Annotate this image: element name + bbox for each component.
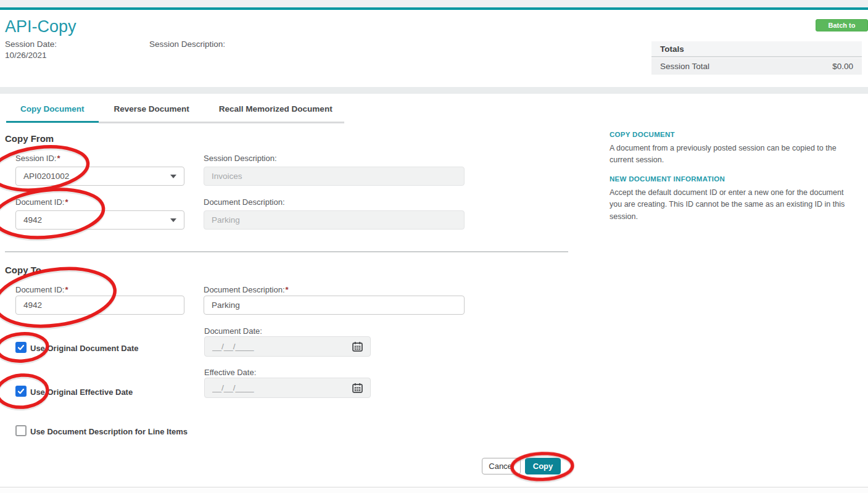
- totals-panel: Totals Session Total $0.00: [651, 41, 862, 75]
- tab-reverse-document[interactable]: Reverse Document: [114, 104, 189, 114]
- tab-copy-document[interactable]: Copy Document: [20, 104, 85, 114]
- document-id-dropdown[interactable]: 4942: [15, 210, 184, 230]
- document-description-to-label: Document Description:*: [204, 285, 289, 294]
- session-total-label: Session Total: [660, 62, 709, 71]
- api-copy-page: API-Copy Session Date: 10/26/2021 Sessio…: [0, 0, 868, 493]
- bottom-border: [0, 487, 868, 493]
- document-date-field: [204, 336, 371, 357]
- calendar-icon: [352, 341, 363, 352]
- checkmark-icon: [17, 344, 25, 351]
- use-original-effective-date-label[interactable]: Use Original Effective Date: [30, 387, 133, 397]
- header-divider-band: [0, 87, 868, 94]
- use-document-description-checkbox[interactable]: [15, 425, 27, 436]
- help-heading-new-document-information: NEW DOCUMENT INFORMATION: [610, 175, 853, 183]
- required-marker: *: [57, 154, 60, 163]
- calendar-icon: [352, 383, 363, 393]
- use-original-document-date-checkbox[interactable]: [15, 342, 27, 353]
- copy-to-heading: Copy To: [5, 265, 41, 275]
- tab-bar: Copy Document Reverse Document Recall Me…: [20, 104, 333, 114]
- section-divider: [5, 251, 568, 252]
- cancel-button[interactable]: Cancel: [482, 458, 521, 474]
- chevron-down-icon: [170, 175, 176, 178]
- document-description-from-label: Document Description:: [204, 197, 285, 207]
- session-id-dropdown[interactable]: API0201002: [15, 167, 184, 186]
- effective-date-label: Effective Date:: [204, 368, 256, 377]
- tab-recall-memorized-document[interactable]: Recall Memorized Document: [219, 104, 333, 114]
- use-original-document-date-label[interactable]: Use Original Document Date: [30, 344, 139, 353]
- help-body-new-document-information: Accept the default document ID or enter …: [610, 187, 853, 223]
- document-id-from-label: Document ID:*: [15, 197, 68, 207]
- document-description-to-input[interactable]: [204, 296, 465, 315]
- document-id-to-input[interactable]: [15, 296, 184, 315]
- use-document-description-label[interactable]: Use Document Description for Line Items: [30, 427, 188, 436]
- required-marker: *: [286, 285, 289, 294]
- help-heading-copy-document: COPY DOCUMENT: [610, 131, 853, 138]
- document-date-input: [212, 342, 352, 351]
- effective-date-field: [204, 378, 371, 398]
- top-strip: [0, 0, 868, 7]
- batch-to-post-button[interactable]: Batch to Post: [816, 19, 868, 31]
- session-description-label: Session Description:: [149, 39, 225, 49]
- copy-button[interactable]: Copy: [525, 458, 561, 474]
- required-marker: *: [65, 197, 68, 207]
- effective-date-input: [212, 383, 352, 392]
- totals-row: Session Total $0.00: [651, 58, 862, 75]
- session-id-value: API0201002: [23, 172, 170, 181]
- tab-underline: [99, 122, 344, 123]
- page-title: API-Copy: [5, 17, 76, 36]
- session-description-field-label: Session Description:: [204, 154, 277, 163]
- session-id-label: Session ID:*: [15, 154, 60, 163]
- required-marker: *: [65, 285, 68, 294]
- active-tab-underline: [6, 121, 99, 123]
- document-date-label: Document Date:: [204, 326, 262, 336]
- document-id-to-label: Document ID:*: [15, 285, 68, 294]
- session-date-value: 10/26/2021: [5, 51, 47, 60]
- chevron-down-icon: [170, 218, 176, 222]
- totals-title: Totals: [651, 41, 862, 57]
- copy-from-heading: Copy From: [5, 133, 54, 144]
- help-panel: COPY DOCUMENT A document from a previous…: [610, 131, 853, 223]
- session-description-input: [204, 167, 465, 186]
- session-total-value: $0.00: [832, 62, 853, 71]
- use-original-effective-date-checkbox[interactable]: [15, 386, 27, 397]
- checkmark-icon: [17, 387, 25, 395]
- teal-accent-bar: [0, 7, 868, 10]
- document-id-from-value: 4942: [23, 215, 170, 225]
- session-date-label: Session Date:: [5, 39, 57, 49]
- help-body-copy-document: A document from a previously posted sess…: [610, 143, 853, 167]
- document-description-from-input: [204, 210, 465, 230]
